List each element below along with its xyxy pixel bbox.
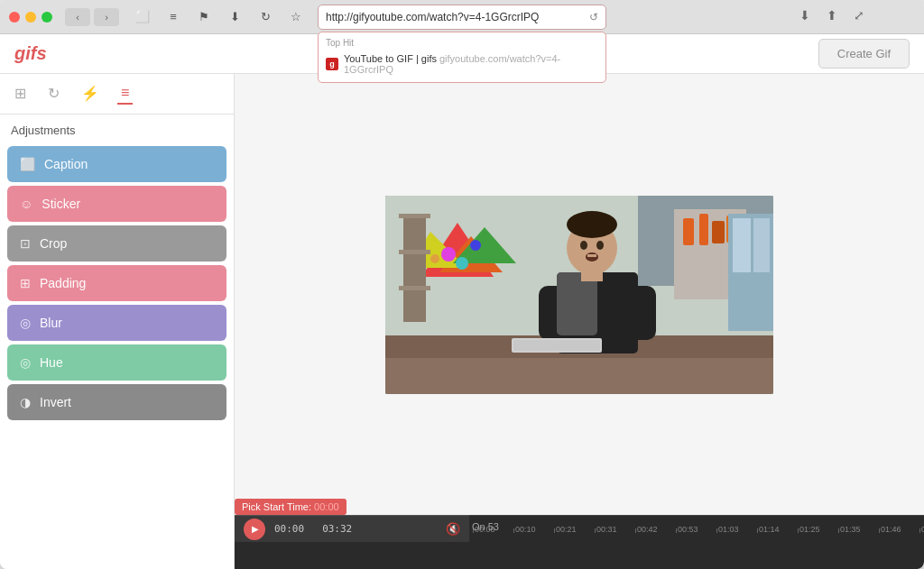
svg-rect-24: [629, 286, 656, 340]
svg-point-11: [456, 257, 468, 270]
download-cloud-icon[interactable]: ⬇: [794, 6, 816, 24]
ruler-mark-9: 01:35: [838, 525, 879, 534]
share-icon[interactable]: ⬆: [821, 6, 843, 24]
right-toolbar: ⬇ ⬆ ⤢: [794, 6, 870, 24]
adj-blur-item[interactable]: ◎ Blur: [7, 305, 226, 341]
caption-icon: ⬜: [20, 157, 35, 171]
sidebar-tab-adjust[interactable]: ≡: [117, 83, 133, 105]
adj-crop-item[interactable]: ⊡ Crop: [7, 225, 226, 262]
timeline-left-panel: ▶ 00:00 03:32 🔇: [235, 515, 469, 542]
play-icon: ▶: [252, 524, 259, 534]
start-time-label: Pick Start Time:: [242, 501, 311, 512]
svg-rect-13: [403, 214, 426, 322]
ruler-mark-7: 01:14: [757, 525, 798, 534]
url-text: http://gifyoutube.com/watch?v=4-1GGrcrIP…: [326, 11, 589, 23]
suggestion-dropdown: Top Hit g YouTube to GIF | gifs gifyoutu…: [318, 32, 606, 83]
address-bar-container: http://gifyoutube.com/watch?v=4-1GGrcrIP…: [318, 5, 606, 30]
title-bar: ‹ › ⬜ ≡ ⚑ ⬇ ↻ ☆ http://gifyoutube.com/wa…: [0, 0, 924, 34]
invert-icon: ◑: [20, 395, 31, 409]
reload-icon[interactable]: ↺: [589, 11, 598, 23]
ruler-mark-8: 01:25: [798, 525, 838, 534]
svg-rect-25: [557, 272, 597, 335]
video-area: [235, 74, 924, 515]
hue-label: Hue: [40, 355, 63, 370]
adj-padding-item[interactable]: ⊞ Padding: [7, 265, 226, 301]
ruler-mark-1: 00:10: [513, 525, 554, 534]
maximize-button[interactable]: [42, 12, 52, 23]
video-frame: [385, 196, 773, 394]
adj-hue-item[interactable]: ◎ Hue: [7, 344, 226, 381]
timeline-area: Pick Start Time: 00:00 ▶ 00:00 03:32 🔇: [235, 515, 924, 569]
create-gif-button[interactable]: Create Gif: [818, 39, 910, 69]
app-content: ⊞ ↻ ⚡ ≡ Adjustments ⬜ Caption ☺ Sticker: [0, 74, 924, 569]
padding-icon: ⊞: [20, 276, 31, 290]
forward-button[interactable]: ›: [94, 8, 119, 26]
timeline-bottom: ▶ 00:00 03:32 🔇 00:00 00:10 00:21: [235, 515, 924, 542]
svg-rect-20: [712, 221, 725, 243]
start-time-value: 00:00: [314, 501, 339, 512]
back-button[interactable]: ‹: [65, 8, 90, 26]
reader-icon[interactable]: ≡: [161, 8, 186, 26]
adj-caption-item[interactable]: ⬜ Caption: [7, 146, 226, 182]
svg-rect-36: [733, 218, 751, 272]
hue-icon: ◎: [20, 355, 31, 370]
current-time: 00:00: [274, 523, 304, 535]
svg-rect-16: [399, 286, 430, 290]
app-window: ‹ › ⬜ ≡ ⚑ ⬇ ↻ ☆ http://gifyoutube.com/wa…: [0, 0, 924, 569]
address-bar[interactable]: http://gifyoutube.com/watch?v=4-1GGrcrIP…: [318, 5, 606, 30]
sidebar: ⊞ ↻ ⚡ ≡ Adjustments ⬜ Caption ☺ Sticker: [0, 74, 235, 569]
toolbar-icons: ⬜ ≡ ⚑ ⬇ ↻ ☆: [130, 8, 309, 26]
main-content: Pick Start Time: 00:00 ▶ 00:00 03:32 🔇: [235, 74, 924, 569]
bookmark-icon[interactable]: ⚑: [191, 8, 217, 26]
play-button[interactable]: ▶: [244, 519, 265, 540]
on-label: On 53: [472, 521, 499, 532]
sidebar-tabs: ⊞ ↻ ⚡ ≡: [0, 74, 234, 115]
sidebar-tab-grid[interactable]: ⊞: [11, 83, 30, 105]
tab-icon[interactable]: ⬜: [130, 8, 155, 26]
download-icon[interactable]: ⬇: [222, 8, 247, 26]
svg-point-28: [567, 211, 617, 238]
video-content: [385, 196, 773, 394]
mute-icon[interactable]: 🔇: [446, 522, 460, 536]
sidebar-tab-flash[interactable]: ⚡: [78, 83, 103, 105]
ruler-mark-10: 01:46: [879, 525, 919, 534]
nav-buttons: ‹ ›: [65, 8, 119, 26]
traffic-lights: [9, 12, 52, 23]
sidebar-tab-refresh[interactable]: ↻: [44, 83, 63, 105]
timeline-ruler[interactable]: 00:00 00:10 00:21 00:31 00:42 00:53 01:0…: [469, 515, 924, 542]
minimize-button[interactable]: [25, 12, 36, 23]
ruler-mark-6: 01:03: [716, 525, 757, 534]
svg-rect-37: [753, 218, 770, 272]
crop-icon: ⊡: [20, 236, 31, 251]
total-time: 03:32: [322, 523, 352, 535]
ruler-marks: 00:00 00:10 00:21 00:31 00:42 00:53 01:0…: [473, 516, 924, 542]
adj-invert-item[interactable]: ◑ Invert: [7, 384, 226, 420]
ruler-mark-11: 01:56: [919, 525, 924, 534]
svg-rect-32: [587, 254, 596, 257]
adj-sticker-item[interactable]: ☺ Sticker: [7, 186, 226, 222]
blur-icon: ◎: [20, 316, 31, 330]
svg-point-10: [470, 240, 481, 251]
start-time-pill: Pick Start Time: 00:00: [235, 499, 346, 515]
refresh-icon[interactable]: ↻: [253, 8, 278, 26]
suggestion-item[interactable]: g YouTube to GIF | gifs gifyoutube.com/w…: [326, 51, 598, 77]
svg-point-12: [430, 254, 439, 263]
ruler-mark-5: 00:53: [676, 525, 716, 534]
svg-point-30: [596, 241, 604, 250]
svg-rect-14: [399, 214, 430, 218]
app-logo: gifs: [14, 43, 47, 64]
app-area: gifs Create Gif ⊞ ↻ ⚡ ≡ Adjustments ⬜ Ca…: [0, 34, 924, 569]
fullscreen-icon[interactable]: ⤢: [848, 6, 870, 24]
suggestion-label: Top Hit: [326, 38, 598, 48]
sticker-label: Sticker: [42, 197, 80, 211]
ruler-mark-4: 00:42: [635, 525, 676, 534]
suggestion-favicon: g: [326, 58, 338, 70]
close-button[interactable]: [9, 12, 20, 23]
svg-rect-15: [399, 250, 430, 254]
sticker-icon: ☺: [20, 197, 32, 211]
svg-rect-19: [699, 214, 708, 245]
svg-rect-34: [513, 340, 600, 351]
star-icon[interactable]: ☆: [283, 8, 309, 26]
adjustment-list: ⬜ Caption ☺ Sticker ⊡ Crop ⊞ Padding: [0, 142, 234, 424]
adjustments-label: Adjustments: [0, 115, 234, 142]
